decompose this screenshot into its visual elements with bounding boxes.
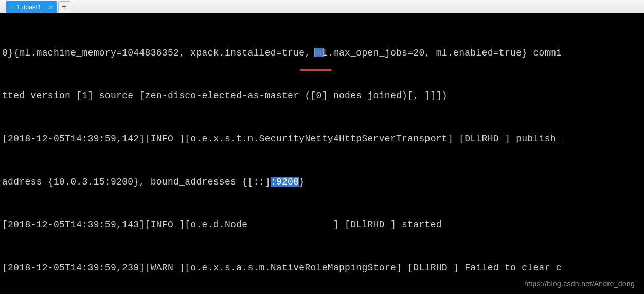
tab-bar: 1 itcast1 × + (0, 0, 644, 13)
window: 1 itcast1 × + 0}{ml.machine_memory=10448… (0, 0, 644, 294)
log-line: tted version [1] source [zen-disco-elect… (2, 89, 642, 103)
new-tab-button[interactable]: + (58, 1, 70, 13)
log-line: [2018-12-05T14:39:59,142][INFO ][o.e.x.s… (2, 132, 642, 146)
tab-label: 1 itcast1 (16, 3, 41, 11)
log-line: address {10.0.3.15:9200}, bound_addresse… (2, 175, 642, 190)
watermark-text: https://blog.csdn.net/Andre_dong (524, 279, 635, 290)
log-line: [2018-12-05T14:39:59,143][INFO ][o.e.d.N… (2, 218, 642, 232)
connection-status-icon (10, 6, 13, 9)
text-cursor-icon (314, 48, 324, 57)
selected-text: :9200 (271, 177, 299, 187)
annotation-underline (300, 69, 332, 71)
terminal-output[interactable]: 0}{ml.machine_memory=1044836352, xpack.i… (0, 13, 644, 294)
log-line: [2018-12-05T14:39:59,239][WARN ][o.e.x.s… (2, 261, 642, 275)
tab-active[interactable]: 1 itcast1 × (6, 1, 57, 13)
close-icon[interactable]: × (48, 3, 52, 11)
plus-icon: + (62, 3, 67, 12)
